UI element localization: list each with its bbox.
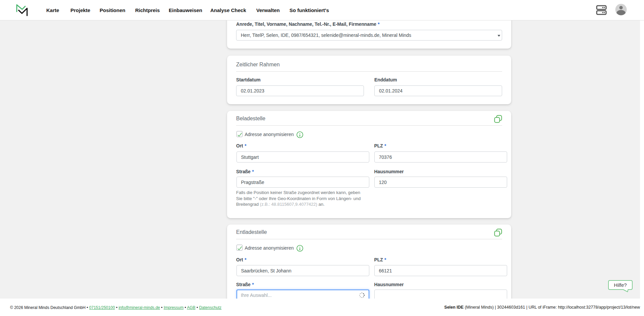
svg-text:Hilfe?: Hilfe? [614,282,627,288]
